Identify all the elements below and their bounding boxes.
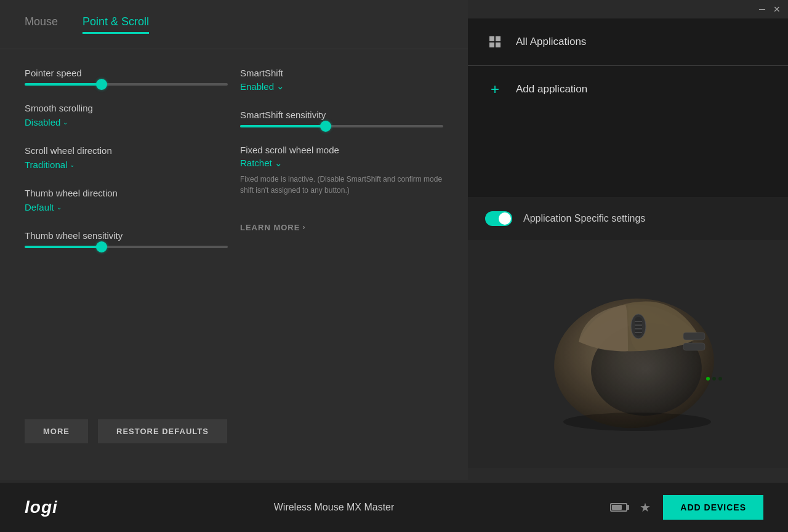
svg-rect-2 bbox=[489, 42, 494, 47]
thumb-wheel-sensitivity-setting: Thumb wheel sensitivity bbox=[25, 230, 228, 248]
thumb-wheel-sensitivity-thumb[interactable] bbox=[96, 241, 107, 252]
all-applications-item[interactable]: All Applications bbox=[468, 18, 788, 65]
mouse-illustration bbox=[517, 268, 739, 440]
title-bar: ─ ✕ bbox=[739, 0, 788, 18]
svg-point-17 bbox=[563, 413, 711, 431]
scroll-wheel-direction-text: Traditional bbox=[25, 159, 67, 170]
thumb-wheel-direction-setting: Thumb wheel direction Default ⌄ bbox=[25, 188, 228, 213]
right-column: SmartShift Enabled ⌄ SmartShift sensitiv… bbox=[240, 68, 443, 265]
smooth-scrolling-label: Smooth scrolling bbox=[25, 103, 228, 113]
svg-point-14 bbox=[706, 377, 710, 381]
smartshift-sensitivity-track bbox=[240, 125, 443, 127]
thumb-wheel-sensitivity-label: Thumb wheel sensitivity bbox=[25, 230, 228, 241]
pointer-speed-slider[interactable] bbox=[25, 83, 228, 86]
minimize-button[interactable]: ─ bbox=[756, 3, 768, 15]
add-application-item[interactable]: + Add application bbox=[468, 66, 788, 113]
smartshift-value[interactable]: Enabled ⌄ bbox=[240, 81, 284, 92]
svg-rect-1 bbox=[496, 36, 501, 41]
battery-icon bbox=[610, 503, 627, 512]
two-column-layout: Pointer speed Smooth scrolling Disabled … bbox=[25, 68, 443, 265]
smartshift-sensitivity-setting: SmartShift sensitivity bbox=[240, 110, 443, 127]
thumb-wheel-direction-value[interactable]: Default ⌄ bbox=[25, 202, 62, 212]
footer: logi Wireless Mouse MX Master ★ ADD DEVI… bbox=[0, 483, 788, 532]
svg-point-15 bbox=[712, 377, 716, 381]
smooth-scrolling-text: Disabled bbox=[25, 117, 60, 127]
learn-more-link[interactable]: LEARN MORE › bbox=[240, 223, 305, 232]
smartshift-text: Enabled bbox=[240, 81, 274, 92]
smartshift-sensitivity-label: SmartShift sensitivity bbox=[240, 110, 443, 120]
smooth-scrolling-arrow: ⌄ bbox=[63, 119, 68, 126]
smartshift-sensitivity-thumb[interactable] bbox=[320, 121, 331, 132]
smooth-scrolling-setting: Smooth scrolling Disabled ⌄ bbox=[25, 103, 228, 128]
svg-rect-0 bbox=[489, 36, 494, 41]
thumb-wheel-direction-arrow: ⌄ bbox=[57, 204, 62, 211]
bottom-buttons: MORE RESTORE DEFAULTS bbox=[25, 419, 227, 443]
tab-point-scroll[interactable]: Point & Scroll bbox=[82, 15, 149, 33]
thumb-wheel-sensitivity-fill bbox=[25, 246, 102, 248]
pointer-speed-track bbox=[25, 83, 228, 86]
smartshift-setting: SmartShift Enabled ⌄ bbox=[240, 68, 443, 92]
learn-more-arrow: › bbox=[302, 223, 305, 232]
thumb-wheel-direction-text: Default bbox=[25, 202, 54, 212]
smartshift-label: SmartShift bbox=[240, 68, 443, 78]
add-devices-button[interactable]: ADD DEVICES bbox=[663, 495, 763, 520]
svg-point-16 bbox=[718, 377, 722, 381]
pointer-speed-label: Pointer speed bbox=[25, 68, 228, 78]
scroll-wheel-direction-setting: Scroll wheel direction Traditional ⌄ bbox=[25, 145, 228, 171]
footer-right: ★ ADD DEVICES bbox=[610, 495, 763, 520]
fixed-scroll-value[interactable]: Ratchet ⌄ bbox=[240, 158, 283, 169]
add-application-text: Add application bbox=[516, 83, 587, 95]
fixed-scroll-arrow: ⌄ bbox=[275, 158, 283, 169]
main-panel: Mouse Point & Scroll Pointer speed bbox=[0, 0, 468, 480]
left-column: Pointer speed Smooth scrolling Disabled … bbox=[25, 68, 240, 265]
smooth-scrolling-value[interactable]: Disabled ⌄ bbox=[25, 117, 68, 127]
svg-rect-13 bbox=[683, 343, 705, 350]
smartshift-sensitivity-fill bbox=[240, 125, 326, 127]
thumb-wheel-sensitivity-slider[interactable] bbox=[25, 246, 228, 248]
bluetooth-icon: ★ bbox=[640, 500, 651, 515]
pointer-speed-fill bbox=[25, 83, 102, 86]
close-button[interactable]: ✕ bbox=[771, 3, 783, 15]
svg-rect-3 bbox=[496, 42, 501, 47]
tab-bar: Mouse Point & Scroll bbox=[0, 0, 468, 49]
pointer-speed-setting: Pointer speed bbox=[25, 68, 228, 86]
restore-defaults-button[interactable]: RESTORE DEFAULTS bbox=[98, 419, 227, 443]
more-button[interactable]: MORE bbox=[25, 419, 88, 443]
battery-fill bbox=[612, 505, 621, 510]
app-specific-label: Application Specific settings bbox=[523, 213, 645, 224]
logi-logo: logi bbox=[25, 498, 58, 517]
scroll-wheel-direction-label: Scroll wheel direction bbox=[25, 145, 228, 156]
all-applications-text: All Applications bbox=[516, 36, 586, 48]
thumb-wheel-direction-label: Thumb wheel direction bbox=[25, 188, 228, 198]
settings-content: Pointer speed Smooth scrolling Disabled … bbox=[0, 49, 468, 284]
plus-icon: + bbox=[485, 79, 505, 99]
tab-mouse[interactable]: Mouse bbox=[25, 15, 58, 33]
footer-device-name: Wireless Mouse MX Master bbox=[58, 502, 611, 513]
smartshift-arrow: ⌄ bbox=[276, 81, 284, 92]
fixed-scroll-text: Ratchet bbox=[240, 158, 272, 168]
scroll-wheel-direction-value[interactable]: Traditional ⌄ bbox=[25, 159, 74, 170]
mouse-image-area bbox=[468, 240, 788, 468]
scroll-wheel-direction-arrow: ⌄ bbox=[70, 161, 74, 168]
learn-more-text: LEARN MORE bbox=[240, 223, 300, 232]
toggle-knob bbox=[499, 212, 511, 225]
fixed-scroll-note: Fixed mode is inactive. (Disable SmartSh… bbox=[240, 174, 443, 196]
battery-body bbox=[610, 503, 627, 512]
plus-symbol: + bbox=[491, 81, 499, 98]
grid-icon bbox=[485, 32, 505, 52]
fixed-scroll-mode-setting: Fixed scroll wheel mode Ratchet ⌄ Fixed … bbox=[240, 145, 443, 196]
smartshift-sensitivity-slider[interactable] bbox=[240, 125, 443, 127]
fixed-scroll-label: Fixed scroll wheel mode bbox=[240, 145, 443, 155]
svg-rect-12 bbox=[683, 332, 705, 340]
app-specific-toggle[interactable] bbox=[485, 211, 512, 226]
pointer-speed-thumb[interactable] bbox=[96, 79, 107, 90]
app-specific-settings-bar: Application Specific settings bbox=[468, 197, 788, 240]
app-menu-panel: All Applications + Add application bbox=[468, 18, 788, 197]
thumb-wheel-sensitivity-track bbox=[25, 246, 228, 248]
